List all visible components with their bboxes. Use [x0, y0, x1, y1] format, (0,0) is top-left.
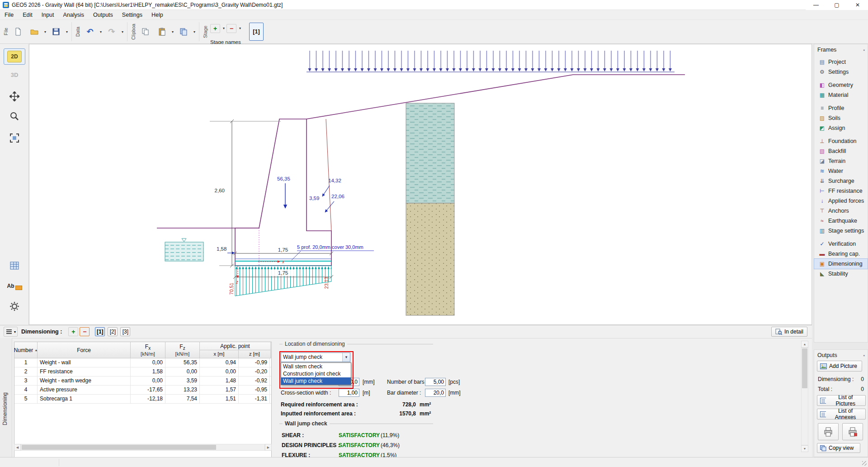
print-button[interactable]: [818, 423, 839, 440]
add-stage-button[interactable]: +: [210, 24, 220, 33]
remove-dimensioning-button[interactable]: −: [80, 327, 90, 336]
drawing-settings-button[interactable]: [4, 298, 25, 315]
menu-analysis[interactable]: Analysis: [59, 10, 89, 20]
stage-tab-2[interactable]: [2]: [108, 327, 118, 336]
frames-item-bearing-cap[interactable]: ▬Bearing cap.: [814, 249, 868, 259]
bar-diameter-input[interactable]: [425, 389, 446, 397]
frames-item-stage-settings[interactable]: ▥Stage settings: [814, 226, 868, 236]
pan-tool-button[interactable]: [4, 88, 25, 105]
stage-tab-1[interactable]: [1]: [95, 327, 105, 336]
table-row[interactable]: 2 FF resistance 1,58 0,00 0,00 -0,20: [14, 367, 271, 376]
frames-item-profile[interactable]: ≡Profile: [814, 103, 868, 113]
active-stage-button[interactable]: [1]: [249, 23, 264, 41]
frames-item-stability[interactable]: ◣Stability: [814, 269, 868, 279]
add-stage-dropdown[interactable]: ▾: [221, 19, 226, 38]
scroll-thumb[interactable]: [22, 445, 216, 450]
maximize-button[interactable]: ▢: [826, 0, 847, 10]
fit-view-button[interactable]: [4, 130, 25, 146]
scroll-down-icon[interactable]: ▼: [801, 445, 808, 452]
frames-item-earthquake[interactable]: ≈Earthquake: [814, 216, 868, 226]
undo-button[interactable]: ↶: [82, 22, 98, 41]
chevron-down-icon[interactable]: ▾: [342, 353, 350, 362]
zoom-tool-button[interactable]: [4, 108, 25, 124]
menu-input[interactable]: Input: [37, 10, 59, 20]
panel-options-icon[interactable]: ▪: [863, 48, 865, 52]
stage-tab-3[interactable]: [3]: [120, 327, 130, 336]
menu-outputs[interactable]: Outputs: [89, 10, 118, 20]
number-of-bars-input[interactable]: [425, 378, 446, 386]
table-row[interactable]: 3 Weight - earth wedge 0,00 3,59 1,48 -0…: [14, 376, 271, 386]
scroll-thumb[interactable]: [802, 348, 807, 388]
remove-stage-dropdown[interactable]: ▾: [237, 19, 243, 38]
frames-item-geometry[interactable]: ◧Geometry: [814, 80, 868, 90]
frames-item-anchors[interactable]: ⊤Anchors: [814, 206, 868, 216]
scroll-right-icon[interactable]: ▶: [265, 444, 272, 451]
menu-settings[interactable]: Settings: [118, 10, 147, 20]
print-settings-button[interactable]: [842, 423, 863, 440]
frames-item-terrain[interactable]: ◪Terrain: [814, 156, 868, 166]
copy-view-button[interactable]: Copy view: [817, 443, 860, 453]
in-detail-button[interactable]: In detail: [771, 327, 807, 337]
option-wall-stem-check[interactable]: Wall stem check: [281, 363, 351, 370]
frames-item-soils[interactable]: ▨Soils: [814, 113, 868, 123]
paste-dropdown[interactable]: ▾: [170, 22, 175, 41]
menu-help[interactable]: Help: [147, 10, 168, 20]
frames-item-dimensioning[interactable]: ▣Dimensioning: [814, 259, 868, 269]
copy-view-dropdown[interactable]: ▾: [192, 22, 197, 41]
open-file-button[interactable]: [26, 22, 42, 41]
redo-dropdown[interactable]: ▾: [120, 22, 125, 41]
minimize-button[interactable]: —: [806, 0, 826, 10]
undo-dropdown[interactable]: ▾: [98, 22, 104, 41]
frames-item-backfill[interactable]: ▧Backfill: [814, 146, 868, 156]
table-row[interactable]: 5 Sobrecarga 1 -12,18 7,54 1,51 -1,31: [14, 395, 271, 404]
dimensioning-vertical-tab[interactable]: Dimensioning: [0, 338, 12, 457]
view-mode-button[interactable]: ▾: [4, 327, 18, 337]
save-button[interactable]: [48, 22, 64, 41]
panel-options-icon[interactable]: ▪: [863, 353, 865, 358]
dimensioning-location-select[interactable]: Wall jump check ▾: [281, 353, 350, 362]
frames-item-project[interactable]: ▤Project: [814, 57, 868, 67]
menu-file[interactable]: File: [0, 10, 18, 20]
column-header-fx[interactable]: Fx [kN/m]: [131, 342, 165, 358]
redo-button[interactable]: ↷: [104, 22, 120, 41]
table-row[interactable]: 4 Active pressure -17,65 13,23 1,57 -0,9…: [14, 386, 271, 395]
frames-item-settings[interactable]: ⚙Settings: [814, 67, 868, 77]
column-header-force[interactable]: Force: [38, 342, 131, 358]
close-button[interactable]: ✕: [847, 0, 868, 10]
frames-item-foundation[interactable]: ⊥Foundation: [814, 136, 868, 146]
new-file-button[interactable]: [10, 22, 26, 41]
column-header-applic-point[interactable]: Applic. point x [m] z [m]: [200, 342, 271, 358]
frames-item-assign[interactable]: ◩Assign: [814, 123, 868, 133]
open-file-dropdown[interactable]: ▾: [42, 22, 48, 41]
add-picture-button[interactable]: Add Picture: [817, 361, 862, 372]
list-of-pictures-button[interactable]: List of Pictures: [817, 395, 866, 406]
frames-item-applied-forces[interactable]: ↓Applied forces: [814, 196, 868, 206]
view-3d-button[interactable]: 3D: [4, 67, 25, 83]
column-header-number[interactable]: Number ▲: [14, 342, 38, 358]
save-dropdown[interactable]: ▾: [64, 22, 70, 41]
scroll-left-icon[interactable]: ◀: [14, 444, 21, 451]
copy-button[interactable]: [137, 22, 154, 41]
scroll-up-icon[interactable]: ▲: [801, 341, 808, 348]
frames-item-verification[interactable]: ✓Verification: [814, 239, 868, 249]
drawing-canvas[interactable]: 2,60 1,75 1,75 1,58 5 prof. 20,0mm cover…: [29, 44, 812, 325]
frames-item-water[interactable]: ≋Water: [814, 166, 868, 176]
frames-item-surcharge[interactable]: ⇊Surcharge: [814, 176, 868, 186]
frames-item-material[interactable]: ▦Material: [814, 90, 868, 100]
menu-edit[interactable]: Edit: [18, 10, 37, 20]
option-construction-joint-check[interactable]: Construction joint check: [281, 370, 351, 377]
table-view-button[interactable]: [4, 257, 25, 274]
view-2d-button[interactable]: 2D: [4, 48, 25, 65]
copy-view-button[interactable]: [175, 22, 192, 41]
paste-button[interactable]: [154, 22, 170, 41]
cross-section-width-input[interactable]: [339, 389, 359, 397]
frames-item-ff-resistance[interactable]: ⊢FF resistance: [814, 186, 868, 196]
option-wall-jump-check[interactable]: Wall jump check: [281, 377, 351, 385]
annotation-tool-button[interactable]: Ab: [4, 278, 25, 294]
remove-stage-button[interactable]: −: [226, 24, 236, 33]
table-row[interactable]: 1 Weight - wall 0,00 56,35 0,94 -0,99: [14, 358, 271, 367]
column-header-fz[interactable]: Fz [kN/m]: [165, 342, 200, 358]
resize-grip[interactable]: [862, 461, 867, 466]
add-dimensioning-button[interactable]: +: [68, 327, 78, 336]
list-of-annexes-button[interactable]: List of Annexes: [817, 409, 866, 419]
